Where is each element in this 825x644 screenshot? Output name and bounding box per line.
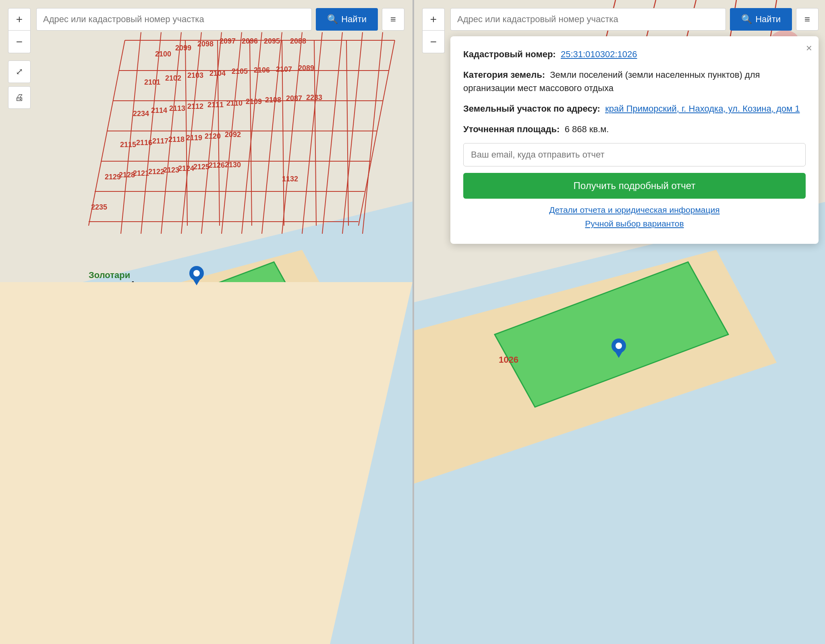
zoom-out-right[interactable]: − — [422, 31, 445, 53]
svg-point-102 — [616, 343, 622, 349]
map-pin — [189, 266, 204, 284]
email-input[interactable] — [463, 143, 806, 166]
svg-text:2104: 2104 — [209, 69, 226, 77]
search-input-right[interactable] — [450, 8, 726, 31]
right-map-panel: 2519 3076 3071 2235 1026 🔍 Найти ≡ — [414, 0, 825, 644]
svg-text:2234: 2234 — [133, 110, 149, 118]
svg-text:2099: 2099 — [175, 44, 191, 52]
popup-close-button[interactable]: × — [806, 42, 812, 54]
svg-text:2110: 2110 — [226, 99, 243, 107]
svg-text:2107: 2107 — [276, 65, 292, 73]
area-row: Уточненная площадь: 6 868 кв.м. — [463, 123, 806, 136]
svg-text:2123: 2123 — [163, 166, 179, 174]
svg-text:2088: 2088 — [290, 37, 306, 45]
search-bar-right: 🔍 Найти ≡ — [450, 8, 819, 31]
search-button-right[interactable]: 🔍 Найти — [730, 8, 792, 31]
zoom-controls-right: + − — [422, 8, 445, 53]
map-pin-right — [611, 339, 626, 356]
svg-text:2120: 2120 — [205, 132, 221, 140]
svg-text:1132: 1132 — [282, 175, 298, 183]
svg-text:2113: 2113 — [169, 104, 185, 112]
manual-select-link[interactable]: Ручной выбор вариантов — [585, 219, 684, 228]
search-icon-right: 🔍 — [741, 14, 752, 25]
svg-text:2106: 2106 — [254, 66, 270, 74]
zoom-controls-left: + − — [8, 8, 31, 53]
print-button[interactable]: 🖨 — [8, 86, 31, 109]
search-input-left[interactable] — [36, 8, 312, 31]
extra-controls-left: ⤢ 🖨 — [8, 60, 31, 109]
svg-text:2095: 2095 — [264, 37, 280, 45]
svg-text:2101: 2101 — [144, 78, 160, 86]
svg-text:2105: 2105 — [232, 67, 248, 75]
svg-text:2087: 2087 — [286, 94, 302, 102]
expand-button[interactable]: ⤢ — [8, 60, 31, 83]
expand-icon: ⤢ — [16, 66, 23, 77]
svg-text:2233: 2233 — [306, 93, 322, 102]
svg-point-80 — [193, 270, 200, 276]
svg-marker-79 — [192, 277, 201, 285]
left-map-panel: 2100 2099 2098 2097 2096 2095 2088 2101 … — [0, 0, 412, 644]
svg-text:Золотари: Золотари — [89, 270, 130, 280]
svg-text:2112: 2112 — [187, 102, 203, 110]
submit-report-button[interactable]: Получить подробный отчет — [463, 173, 806, 199]
search-icon-left: 🔍 — [327, 14, 338, 25]
print-icon: 🖨 — [15, 92, 24, 103]
details-link[interactable]: Детали отчета и юридическая информация — [549, 205, 719, 214]
menu-button-left[interactable]: ≡ — [382, 8, 404, 31]
svg-text:2111: 2111 — [207, 101, 224, 109]
svg-text:2115: 2115 — [120, 141, 136, 149]
svg-text:2125: 2125 — [193, 163, 209, 171]
zoom-out-left[interactable]: − — [8, 31, 31, 53]
svg-text:2235: 2235 — [91, 203, 107, 211]
svg-text:2122: 2122 — [148, 168, 164, 176]
svg-text:2117: 2117 — [152, 137, 168, 145]
category-row: Категория земель: Земли поселений (земли… — [463, 68, 806, 95]
svg-text:2097: 2097 — [220, 37, 236, 45]
svg-text:2098: 2098 — [197, 40, 214, 48]
address-row: Земельный участок по адресу: край Примор… — [463, 102, 806, 115]
svg-text:2130: 2130 — [225, 161, 241, 169]
zoom-in-right[interactable]: + — [422, 8, 445, 31]
svg-text:1026: 1026 — [499, 355, 518, 365]
svg-text:2103: 2103 — [187, 71, 203, 79]
svg-marker-101 — [614, 350, 624, 358]
svg-text:2119: 2119 — [186, 134, 202, 142]
search-bar-left: 🔍 Найти ≡ — [36, 8, 404, 31]
svg-text:2089: 2089 — [298, 64, 314, 72]
svg-text:2118: 2118 — [168, 135, 184, 143]
svg-text:2126: 2126 — [209, 161, 225, 169]
svg-text:2108: 2108 — [265, 96, 281, 104]
details-link-row: Детали отчета и юридическая информация — [463, 205, 806, 215]
svg-text:2109: 2109 — [246, 98, 262, 106]
zoom-in-left[interactable]: + — [8, 8, 31, 31]
cadastral-link[interactable]: 25:31:010302:1026 — [561, 49, 637, 59]
svg-text:2096: 2096 — [242, 37, 258, 45]
svg-text:2116: 2116 — [136, 139, 152, 147]
menu-button-right[interactable]: ≡ — [796, 8, 819, 31]
info-popup: × Кадастровый номер: 25:31:010302:1026 К… — [450, 36, 819, 244]
svg-text:2102: 2102 — [165, 74, 181, 82]
search-button-left[interactable]: 🔍 Найти — [316, 8, 378, 31]
cadastral-row: Кадастровый номер: 25:31:010302:1026 — [463, 48, 806, 61]
svg-text:2114: 2114 — [151, 106, 167, 114]
svg-text:2124: 2124 — [178, 164, 194, 172]
address-link[interactable]: край Приморский, г. Находка, ул. Козина,… — [605, 104, 800, 114]
svg-text:2121: 2121 — [133, 169, 149, 177]
manual-link-row: Ручной выбор вариантов — [463, 219, 806, 229]
svg-text:2092: 2092 — [225, 131, 241, 139]
svg-text:2100: 2100 — [155, 50, 171, 58]
